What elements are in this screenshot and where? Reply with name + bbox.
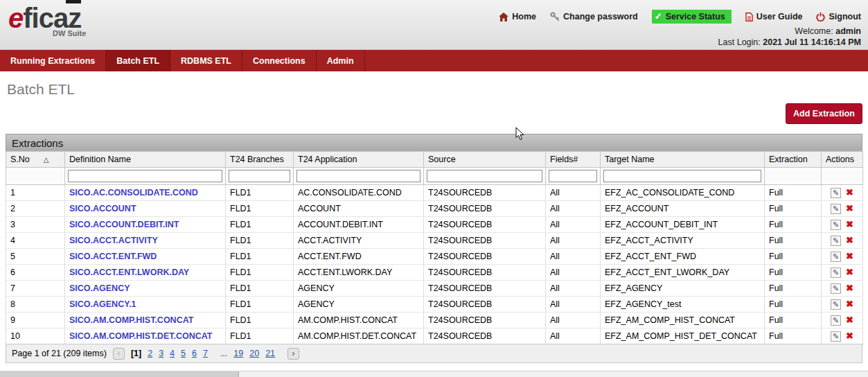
edit-icon[interactable]: ✎ <box>831 236 841 246</box>
cell-branch: FLD1 <box>226 201 294 217</box>
delete-icon[interactable]: ✖ <box>846 299 853 310</box>
delete-icon[interactable]: ✖ <box>846 315 853 326</box>
delete-icon[interactable]: ✖ <box>846 220 853 230</box>
col-header-extraction[interactable]: Extraction <box>765 152 822 168</box>
cell-extraction: Full <box>765 249 822 265</box>
cell-fields: All <box>546 233 601 249</box>
user-guide-link[interactable]: User Guide <box>745 12 803 21</box>
cell-target: EFZ_AM_COMP_HIST_CONCAT <box>601 313 765 328</box>
welcome-user: admin <box>835 26 861 36</box>
page-link[interactable]: 20 <box>249 349 259 358</box>
edit-icon[interactable]: ✎ <box>831 220 841 230</box>
edit-icon[interactable]: ✎ <box>831 204 841 214</box>
filter-fields-input[interactable] <box>549 170 597 182</box>
nav-running-extractions[interactable]: Running Extractions <box>0 50 106 71</box>
cell-sno: 10 <box>6 328 65 344</box>
change-password-link[interactable]: Change password <box>550 12 638 21</box>
delete-icon[interactable]: ✖ <box>846 331 853 342</box>
page-link[interactable]: 4 <box>170 349 175 358</box>
definition-link[interactable]: SICO.ACCOUNT.DEBIT.INT <box>69 220 179 229</box>
brand-logo[interactable]: eficaz DW Suite <box>8 3 86 37</box>
brand-suffix: DW Suite <box>53 29 86 37</box>
edit-icon[interactable]: ✎ <box>831 331 841 342</box>
delete-icon[interactable]: ✖ <box>846 236 853 246</box>
definition-link[interactable]: SICO.AGENCY.1 <box>69 299 136 309</box>
cell-extraction: Full <box>765 201 822 217</box>
definition-link[interactable]: SICO.ACCT.ENT.LWORK.DAY <box>69 268 189 277</box>
cell-source: T24SOURCEDB <box>424 313 546 328</box>
cell-definition: SICO.AM.COMP.HIST.CONCAT <box>65 313 226 328</box>
page-link[interactable]: 6 <box>192 349 197 358</box>
cell-extraction: Full <box>765 297 822 313</box>
prev-page-button[interactable]: ‹ <box>113 348 125 360</box>
filter-branch-input[interactable] <box>229 170 290 182</box>
page-title: Batch ETL <box>7 81 868 98</box>
cell-fields: All <box>546 185 601 201</box>
delete-icon[interactable]: ✖ <box>846 268 853 278</box>
pagination-summary: Page 1 of 21 (209 items) <box>12 349 107 358</box>
cell-definition: SICO.ACCT.ACTIVITY <box>65 233 226 249</box>
header-menu: Home Change password ✓ Service Status Us… <box>499 10 861 24</box>
page-link[interactable]: 2 <box>148 349 152 358</box>
page-link[interactable]: 5 <box>181 349 186 358</box>
delete-icon[interactable]: ✖ <box>846 204 853 214</box>
next-page-button[interactable]: › <box>287 348 299 360</box>
filter-source-input[interactable] <box>427 170 542 182</box>
filter-definition-input[interactable] <box>68 170 222 182</box>
cell-sno: 4 <box>6 233 65 249</box>
edit-icon[interactable]: ✎ <box>831 299 841 310</box>
pagination-ellipsis: ... <box>220 349 227 358</box>
definition-link[interactable]: SICO.AM.COMP.HIST.DET.CONCAT <box>69 331 213 341</box>
home-link[interactable]: Home <box>499 12 536 21</box>
col-header-target[interactable]: Target Name <box>601 152 765 168</box>
cell-actions: ✎✖ <box>822 297 863 313</box>
pagination-bar: Page 1 of 21 (209 items) ‹ [1] 234567 ..… <box>6 344 862 363</box>
page-link[interactable]: 21 <box>265 349 275 358</box>
definition-link[interactable]: SICO.ACCT.ENT.FWD <box>69 252 157 261</box>
scrollbar-thumb[interactable] <box>0 371 239 377</box>
cell-definition: SICO.ACCT.ENT.FWD <box>65 249 226 265</box>
col-header-fields[interactable]: Fields# <box>546 152 601 168</box>
delete-icon[interactable]: ✖ <box>846 252 853 262</box>
delete-icon[interactable]: ✖ <box>846 188 853 198</box>
horizontal-scrollbar[interactable] <box>0 371 868 377</box>
col-header-sno[interactable]: S.No△ <box>6 152 65 168</box>
page-link[interactable]: 7 <box>203 349 208 358</box>
nav-rdbms-etl[interactable]: RDBMS ETL <box>170 50 242 71</box>
signout-link[interactable]: Signout <box>816 12 861 21</box>
definition-link[interactable]: SICO.ACCOUNT <box>69 204 136 213</box>
col-header-definition[interactable]: Definition Name <box>65 152 226 168</box>
definition-link[interactable]: SICO.AGENCY <box>69 283 130 293</box>
add-extraction-button[interactable]: Add Extraction <box>786 103 862 124</box>
page-link[interactable]: 19 <box>233 349 243 358</box>
edit-icon[interactable]: ✎ <box>831 252 841 262</box>
col-header-source[interactable]: Source <box>424 152 546 168</box>
edit-icon[interactable]: ✎ <box>831 315 841 326</box>
sort-asc-icon[interactable]: △ <box>44 156 49 164</box>
cell-target: EFZ_ACCT_ENT_LWORK_DAY <box>601 265 765 281</box>
filter-target-input[interactable] <box>603 170 761 182</box>
table-row: 2 SICO.ACCOUNT FLD1 ACCOUNT T24SOURCEDB … <box>6 201 863 217</box>
nav-batch-etl[interactable]: Batch ETL <box>106 50 170 71</box>
definition-link[interactable]: SICO.AC.CONSOLIDATE.COND <box>69 188 198 198</box>
signout-label: Signout <box>829 12 861 21</box>
filter-application-input[interactable] <box>296 170 420 182</box>
page-link[interactable]: 3 <box>159 349 163 358</box>
nav-connections[interactable]: Connections <box>242 50 317 71</box>
cell-fields: All <box>546 201 601 217</box>
home-icon <box>499 12 508 21</box>
service-status-badge[interactable]: ✓ Service Status <box>652 10 732 24</box>
col-header-branches[interactable]: T24 Branches <box>226 152 294 168</box>
delete-icon[interactable]: ✖ <box>846 283 853 294</box>
cell-definition: SICO.ACCOUNT <box>65 201 226 217</box>
definition-link[interactable]: SICO.ACCT.ACTIVITY <box>69 236 158 245</box>
power-icon <box>816 12 825 21</box>
definition-link[interactable]: SICO.AM.COMP.HIST.CONCAT <box>69 315 193 325</box>
edit-icon[interactable]: ✎ <box>831 283 841 294</box>
cell-sno: 7 <box>6 281 65 297</box>
edit-icon[interactable]: ✎ <box>831 268 841 278</box>
nav-admin[interactable]: Admin <box>317 50 365 71</box>
col-header-application[interactable]: T24 Application <box>294 152 424 168</box>
edit-icon[interactable]: ✎ <box>831 188 841 198</box>
cell-application: ACCT.ACTIVITY <box>294 233 424 249</box>
